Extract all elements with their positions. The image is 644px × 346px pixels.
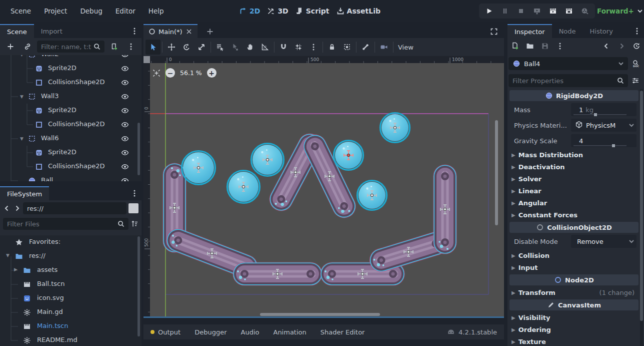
- slider-handle[interactable]: [612, 144, 615, 147]
- lock-tool-button[interactable]: [324, 40, 340, 55]
- group-constant-forces[interactable]: ▶Constant Forces: [508, 209, 640, 221]
- sort-files-icon[interactable]: [130, 220, 138, 228]
- scene-tree-row[interactable]: CollisionShape2D: [0, 118, 142, 132]
- select-tool-button[interactable]: [146, 40, 160, 55]
- category-collisionobject2d[interactable]: CollisionObject2D: [510, 222, 638, 233]
- nav-forward-icon[interactable]: [13, 204, 21, 212]
- menu-help[interactable]: Help: [142, 0, 170, 22]
- zoom-out-button[interactable]: −: [166, 68, 175, 78]
- scene-tree-row[interactable]: Ball: [0, 174, 142, 181]
- ruler-tool-button[interactable]: [258, 40, 272, 55]
- tab-import[interactable]: Import: [34, 24, 70, 38]
- dropdown[interactable]: Remove: [571, 235, 636, 248]
- group-mass-distribution[interactable]: ▶Mass Distribution: [508, 149, 640, 161]
- zoom-level[interactable]: 56.1 %: [180, 69, 202, 77]
- movie-maker-button[interactable]: [577, 5, 593, 18]
- visibility-eye-icon[interactable]: [121, 121, 129, 129]
- spin-slider[interactable]: 1kg: [571, 103, 636, 116]
- collapse-arrow-icon[interactable]: ▼: [20, 55, 24, 57]
- resource-picker[interactable]: PhysicsM: [571, 119, 636, 132]
- scene-tree-row[interactable]: ▼Wall3: [0, 90, 142, 104]
- file-tree-scrollbar[interactable]: [138, 236, 140, 336]
- v-scrollbar[interactable]: [495, 120, 498, 225]
- visibility-eye-icon[interactable]: [121, 135, 129, 143]
- bottom-panel-debugger[interactable]: Debugger: [194, 328, 226, 336]
- scene-tree-menu-button[interactable]: [124, 39, 138, 54]
- slider-handle[interactable]: [594, 113, 597, 116]
- group-visibility[interactable]: ▶Visibility: [508, 311, 640, 323]
- focus-selection-icon[interactable]: [152, 69, 160, 77]
- scene-tab-main[interactable]: Main(*): [144, 24, 198, 38]
- file-tree-row[interactable]: Ball.tscn: [0, 277, 142, 291]
- move-tool-button[interactable]: [164, 40, 179, 55]
- rotate-tool-button[interactable]: [179, 40, 194, 55]
- attach-script-button[interactable]: [106, 39, 122, 54]
- scene-tree-row[interactable]: ▼Wall6: [0, 132, 142, 146]
- visibility-eye-icon[interactable]: [121, 163, 129, 171]
- workspace-tab-script[interactable]: Script: [296, 7, 330, 15]
- add-node-button[interactable]: [3, 39, 18, 54]
- scene-tree-row[interactable]: CollisionShape2D: [0, 160, 142, 174]
- path-field[interactable]: res://: [23, 202, 126, 214]
- visibility-eye-icon[interactable]: [121, 149, 129, 157]
- scene-tree-row[interactable]: ▼Wall2: [0, 55, 142, 62]
- group-angular[interactable]: ▶Angular: [508, 197, 640, 209]
- resource-menu-button[interactable]: [552, 39, 568, 54]
- tab-filesystem[interactable]: FileSystem: [0, 186, 49, 200]
- file-tree-row[interactable]: Favorites:: [0, 235, 142, 249]
- magnet-tool-button[interactable]: [276, 40, 291, 55]
- scene-tree-row[interactable]: Sprite2D: [0, 104, 142, 118]
- view-menu[interactable]: View: [398, 44, 414, 51]
- file-tree-row[interactable]: ▶assets: [0, 263, 142, 277]
- close-tab-icon[interactable]: [186, 28, 192, 36]
- camera-tool-button[interactable]: [376, 40, 392, 55]
- group-collision[interactable]: ▶Collision: [508, 249, 640, 261]
- new-tab-icon[interactable]: [206, 28, 214, 36]
- collapse-arrow-icon[interactable]: ▼: [20, 94, 24, 99]
- workspace-tab-assetlib[interactable]: AssetLib: [336, 7, 380, 15]
- group-deactivation[interactable]: ▶Deactivation: [508, 161, 640, 173]
- history-back-button[interactable]: [599, 39, 614, 54]
- file-tree-row[interactable]: README.md: [0, 333, 142, 346]
- h-scrollbar[interactable]: [260, 313, 380, 316]
- file-filter-input[interactable]: Filter Files: [3, 218, 128, 230]
- scene-tree-scrollbar[interactable]: [138, 123, 140, 175]
- workspace-tab-2d[interactable]: 2D: [239, 7, 260, 15]
- play-scene-button[interactable]: [545, 5, 561, 18]
- group-transform[interactable]: ▶Transform(1 change): [508, 286, 640, 298]
- edited-object-selector[interactable]: Ball4: [508, 57, 628, 70]
- pan-tool-button[interactable]: [242, 40, 258, 55]
- scene-dock-menu-icon[interactable]: [130, 27, 138, 35]
- group-solver[interactable]: ▶Solver: [508, 173, 640, 185]
- bone-tool-button[interactable]: [358, 40, 373, 55]
- visibility-eye-icon[interactable]: [121, 55, 129, 59]
- open-docs-button[interactable]: DOC: [628, 56, 643, 71]
- collapse-arrow-icon[interactable]: ▼: [20, 136, 24, 141]
- folder-arrow-icon[interactable]: ▶: [14, 267, 18, 272]
- version-info[interactable]: 4.2.1.stable: [447, 328, 497, 336]
- zoom-in-button[interactable]: +: [207, 68, 216, 78]
- group-texture[interactable]: ▶Texture: [508, 335, 640, 346]
- new-resource-button[interactable]: [508, 39, 522, 54]
- scene-tree-row[interactable]: Sprite2D: [0, 146, 142, 160]
- tab-history[interactable]: History: [583, 24, 620, 38]
- pause-button[interactable]: [497, 5, 513, 18]
- fs-dock-menu-icon[interactable]: [130, 189, 138, 197]
- split-mode-button[interactable]: [128, 203, 138, 213]
- scale-tool-button[interactable]: [194, 40, 209, 55]
- scene-tree-row[interactable]: CollisionShape2D: [0, 76, 142, 90]
- visibility-eye-icon[interactable]: [121, 65, 129, 73]
- folder-arrow-icon[interactable]: ▼: [6, 253, 10, 258]
- category-rigidbody2d[interactable]: RigidBody2D: [510, 90, 638, 101]
- menu-project[interactable]: Project: [38, 0, 74, 22]
- group-tool-button[interactable]: [340, 40, 354, 55]
- toggle-fullscreen-icon[interactable]: [490, 28, 498, 36]
- tab-inspector[interactable]: Inspector: [508, 24, 552, 38]
- group-ordering[interactable]: ▶Ordering: [508, 323, 640, 335]
- visibility-eye-icon[interactable]: [121, 177, 129, 181]
- bottom-panel-output[interactable]: Output: [150, 328, 180, 336]
- file-tree-row[interactable]: icon.svg: [0, 291, 142, 305]
- file-tree-row[interactable]: Main.tscn: [0, 319, 142, 333]
- category-canvasitem[interactable]: CanvasItem: [510, 299, 638, 310]
- group-input[interactable]: ▶Input: [508, 261, 640, 273]
